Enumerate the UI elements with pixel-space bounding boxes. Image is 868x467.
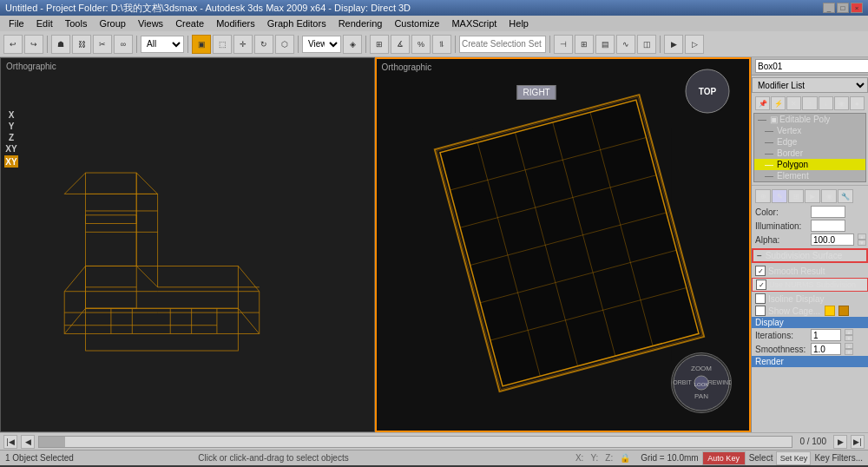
timeline-thumb[interactable] [39,437,65,447]
percent-snap-button[interactable]: % [411,35,431,54]
use-pivot-button[interactable]: ◈ [343,35,362,54]
cage-color-1[interactable] [825,306,835,316]
axis-xy-active[interactable]: XY [4,155,18,168]
select-obj-button[interactable]: ☗ [51,35,70,54]
mod-vertex[interactable]: Vertex [754,125,865,136]
menu-customize[interactable]: Customize [389,17,444,30]
close-button[interactable]: × [851,3,863,13]
mod-border[interactable]: Border [754,148,865,159]
menu-rendering[interactable]: Rendering [333,17,388,30]
menu-views[interactable]: Views [133,17,168,30]
menu-graph-editors[interactable]: Graph Editors [262,17,332,30]
menu-tools[interactable]: Tools [60,17,93,30]
move-button[interactable]: ✛ [233,35,253,54]
pin-stack-btn[interactable]: 📌 [755,96,770,110]
display-tab-btn[interactable]: ◉ [821,189,837,203]
alpha-up[interactable]: ▲ [858,234,866,240]
smoothness-spinner[interactable]: ▲ ▼ [845,343,853,355]
cage-color-2[interactable] [838,306,849,316]
mirror-button[interactable]: ⊣ [554,35,573,54]
iter-down[interactable]: ▼ [845,335,853,341]
go-start-btn[interactable]: |◀ [3,435,17,449]
hierarchy-tab-btn[interactable]: ⊞ [788,189,804,203]
titlebar-controls[interactable]: _ □ × [823,3,863,13]
select-region-button[interactable]: ⬚ [213,35,232,54]
next-frame-btn[interactable]: ▶ [833,435,847,449]
layer-manager-button[interactable]: ▤ [595,35,615,54]
unique-btn[interactable]: ⚡ [771,96,786,110]
mod-editable-poly[interactable]: ▣Editable Poly [754,114,865,125]
motion-tab-btn[interactable]: ▶ [805,189,820,203]
axis-z[interactable]: Z [4,133,18,142]
mod-element[interactable]: Element [754,170,865,181]
axis-xy[interactable]: XY [4,144,18,154]
show-cage-checkbox[interactable] [755,306,766,316]
mod-on-off-btn[interactable]: ● [850,96,865,110]
iter-up[interactable]: ▲ [845,329,853,335]
move-mod-up-btn[interactable]: ↑ [802,96,817,110]
smooth-result-checkbox[interactable]: ✓ [755,266,766,276]
subdivision-surface-header[interactable]: − Subdivision Surface [752,248,868,263]
timeline-scroll[interactable] [38,436,792,448]
menu-help[interactable]: Help [503,17,534,30]
object-name-input[interactable] [755,59,868,73]
move-mod-down-btn[interactable]: ↓ [819,96,833,110]
smooth-down[interactable]: ▼ [845,349,853,355]
menu-modifiers[interactable]: Modifiers [211,17,260,30]
go-end-btn[interactable]: ▶| [851,435,865,449]
align-button[interactable]: ⊞ [575,35,594,54]
alpha-down[interactable]: ▼ [858,240,866,246]
axis-x[interactable]: X [4,110,18,120]
select-button[interactable]: ▣ [192,35,211,54]
remove-mod-btn[interactable]: ✕ [786,96,801,110]
use-nurms-checkbox[interactable]: ✓ [756,280,766,290]
schematic-button[interactable]: ◫ [637,35,656,54]
show-result-btn[interactable]: ◉ [834,96,849,110]
curve-editor-button[interactable]: ∿ [616,35,635,54]
modify-tab-btn[interactable]: ✎ [772,189,787,203]
smoothness-input[interactable] [811,343,841,355]
create-selection-input[interactable] [459,36,546,53]
smooth-up[interactable]: ▲ [845,343,853,349]
axis-y[interactable]: Y [4,122,18,131]
navigation-gizmo[interactable]: ZOOM PAN ORBIT REWIND LOOK [671,352,732,413]
menu-edit[interactable]: Edit [31,17,58,30]
redo-button[interactable]: ↪ [24,35,43,54]
undo-button[interactable]: ↩ [3,35,23,54]
prev-frame-btn[interactable]: ◀ [21,435,35,449]
display-section-header[interactable]: Display [752,317,868,328]
spinner-snap-button[interactable]: ⥮ [432,35,451,54]
utilities-tab-btn[interactable]: 🔧 [838,189,853,203]
mod-edge[interactable]: Edge [754,136,865,148]
viewport-right[interactable]: Orthographic RIGHT TOP [375,57,752,432]
create-tab-btn[interactable]: ⊕ [755,189,771,203]
view-gizmo[interactable]: TOP [684,68,732,115]
angle-snap-button[interactable]: ∡ [391,35,410,54]
menu-create[interactable]: Create [170,17,209,30]
viewport-left[interactable]: Orthographic X Y Z XY XY [0,57,375,432]
snap-toggle-button[interactable]: ⊞ [370,35,389,54]
reference-coord-dropdown[interactable]: View [302,36,341,53]
set-key-button[interactable]: Set Key [776,451,811,465]
menu-group[interactable]: Group [94,17,131,30]
quick-render-button[interactable]: ▷ [685,35,704,54]
rotate-button[interactable]: ↻ [254,35,273,54]
alpha-spinner[interactable]: ▲ ▼ [858,234,866,246]
render-section-header[interactable]: Render [752,356,868,367]
minimize-button[interactable]: _ [823,3,835,13]
select-link-button[interactable]: ⛓ [72,35,91,54]
iterations-spinner[interactable]: ▲ ▼ [845,329,853,341]
menu-maxscript[interactable]: MAXScript [446,17,502,30]
modifier-list-dropdown[interactable]: Modifier List [752,77,868,93]
render-scene-button[interactable]: ▶ [664,35,683,54]
color-value-box[interactable] [811,206,845,218]
maximize-button[interactable]: □ [837,3,849,13]
bind-space-warp-button[interactable]: ∞ [114,35,133,54]
select-filter-dropdown[interactable]: All [141,36,184,53]
isoline-display-checkbox[interactable] [755,293,766,304]
scale-button[interactable]: ⬡ [275,35,294,54]
menu-file[interactable]: File [3,17,30,30]
unlink-button[interactable]: ✂ [93,35,112,54]
iterations-input[interactable] [811,329,841,341]
mod-polygon[interactable]: Polygon [754,159,865,170]
